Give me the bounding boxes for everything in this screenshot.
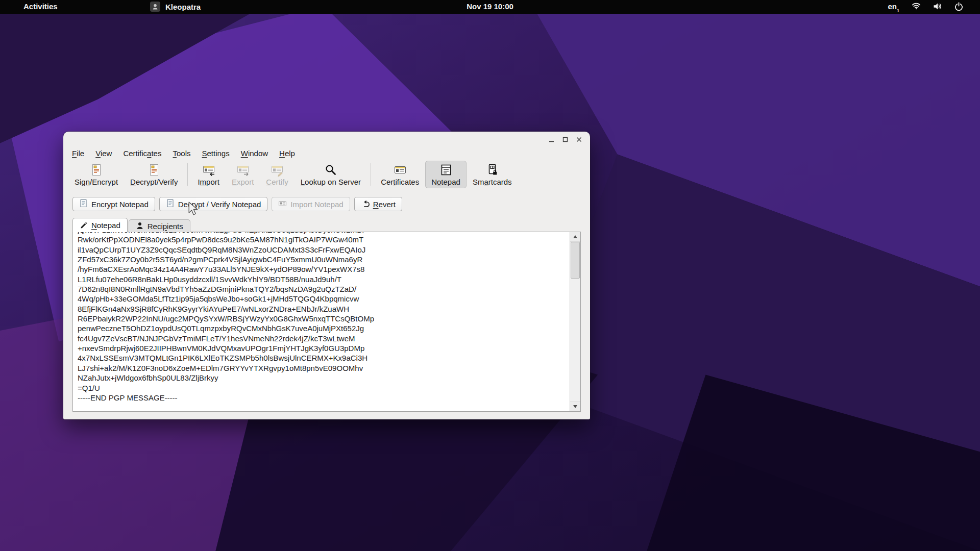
import-notepad-button: Import Notepad [272,197,350,211]
sign-encrypt-document-icon [90,163,103,177]
toolbar-smartcards[interactable]: Smartcards [467,161,518,188]
menu-bar: File View Certificates Tools Settings Wi… [63,147,590,160]
volume-icon[interactable] [933,3,942,12]
activities-button[interactable]: Activities [23,2,58,11]
toolbar-decrypt-verify[interactable]: Decrypt/Verify [124,161,184,188]
notepad-action-bar: Encrypt Notepad Decrypt / Verify Notepad… [72,197,402,211]
toolbar-separator [371,163,371,186]
window-titlebar[interactable] [63,132,590,147]
pencil-icon [80,220,88,230]
keyboard-layout-indicator[interactable]: en1 [888,2,899,12]
triangle-up-icon [573,235,577,238]
toolbar-certify: Certify [260,161,294,188]
toolbar-certificates[interactable]: Certificates [375,161,425,188]
toolbar-notepad[interactable]: Notepad [425,161,467,188]
toolbar-separator [187,163,188,186]
menu-tools[interactable]: Tools [167,148,196,159]
revert-button[interactable]: Revert [354,197,402,211]
import-certificate-icon [202,163,215,177]
power-icon[interactable] [954,2,963,12]
menu-certificates[interactable]: Certificates [117,148,167,159]
network-wireless-icon[interactable] [912,3,921,11]
maximize-button[interactable] [561,135,570,144]
kleopatra-app-icon [150,2,160,12]
decrypt-verify-notepad-button[interactable]: Decrypt / Verify Notepad [159,197,268,211]
export-certificate-icon [236,163,250,177]
tab-notepad[interactable]: Notepad [72,218,128,232]
document-icon [166,199,175,209]
person-icon [136,221,144,231]
tab-recipients[interactable]: Recipients [129,219,190,232]
search-icon [324,163,337,177]
pgp-message-text: jQx9vPzLmW0kT3hN8dRs2bYe5cM7wKa1gFuO4iEp… [78,232,570,403]
system-status-area[interactable]: en1 [888,0,963,14]
main-toolbar: Sign/Encrypt Decrypt/Verify Import E [63,160,590,191]
toolbar-export: Export [226,161,260,188]
smartcard-icon [485,163,499,177]
menu-help[interactable]: Help [274,148,301,159]
close-icon[interactable] [575,135,583,144]
toolbar-lookup-on-server[interactable]: Lookup on Server [295,161,367,188]
scroll-down-button[interactable] [570,402,580,411]
menu-view[interactable]: View [90,148,117,159]
minimize-button[interactable] [547,135,556,144]
kleopatra-window: File View Certificates Tools Settings Wi… [63,132,590,419]
toolbar-import[interactable]: Import [191,161,226,188]
scrollbar-thumb[interactable] [571,242,580,279]
menu-window[interactable]: Window [235,148,274,159]
clock[interactable]: Nov 19 10:00 [467,2,513,11]
focused-app-menu[interactable]: Kleopatra [150,2,201,12]
notepad-tab-bar: Notepad Recipients [72,218,190,232]
certify-certificate-icon [271,163,284,177]
desktop: Activities Kleopatra Nov 19 10:00 en1 [0,0,980,551]
scroll-up-button[interactable] [570,232,580,242]
triangle-down-icon [573,405,577,408]
gnome-top-bar: Activities Kleopatra Nov 19 10:00 en1 [0,0,980,14]
undo-arrow-icon [361,199,370,209]
menu-settings[interactable]: Settings [197,148,235,159]
notepad-textarea[interactable]: jQx9vPzLmW0kT3hN8dRs2bYe5cM7wKa1gFuO4iEp… [72,232,581,412]
id-card-icon [278,199,287,209]
decrypt-verify-document-icon [148,163,161,177]
app-name: Kleopatra [165,3,201,11]
vertical-scrollbar[interactable] [570,232,580,411]
id-card-icon [394,163,407,177]
document-icon [79,199,88,209]
notepad-icon [439,163,453,177]
encrypt-notepad-button[interactable]: Encrypt Notepad [72,197,155,211]
menu-file[interactable]: File [66,148,90,159]
toolbar-sign-encrypt[interactable]: Sign/Encrypt [68,161,124,188]
